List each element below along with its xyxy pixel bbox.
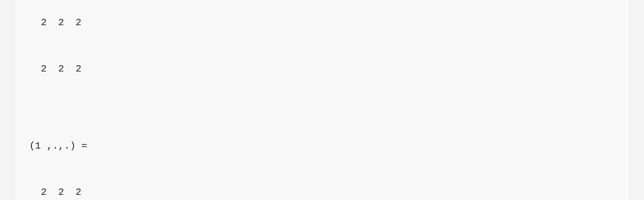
code-line-6: (1 ,.,.) = — [29, 139, 615, 154]
code-output-block: the variable now has gradients: Variable… — [14, 0, 630, 200]
code-line-3: 2 2 2 — [29, 15, 615, 31]
code-line-7: 2 2 2 — [29, 185, 615, 200]
code-line-4: 2 2 2 — [29, 61, 615, 77]
